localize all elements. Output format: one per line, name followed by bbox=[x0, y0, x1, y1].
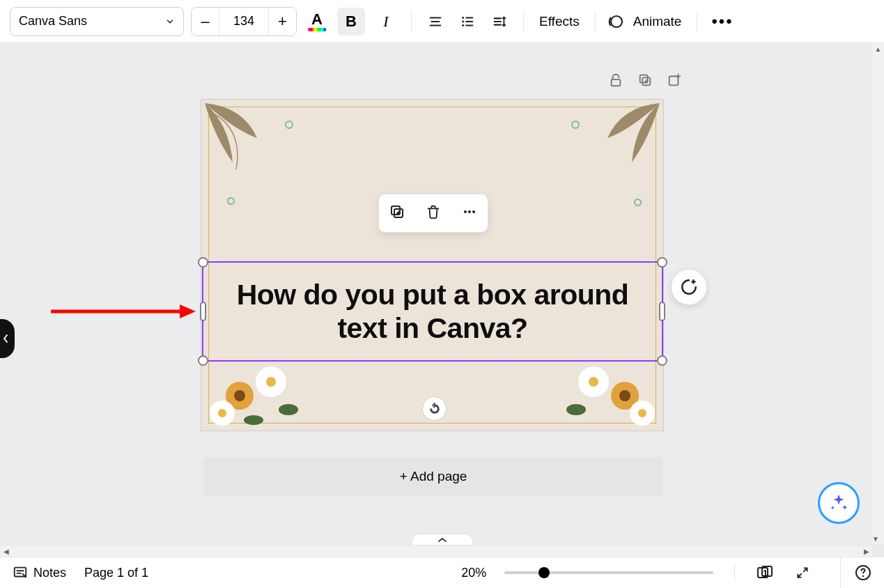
add-page-icon bbox=[667, 72, 682, 88]
ai-rewrite-button[interactable] bbox=[671, 269, 707, 305]
leaf-decoration-tr bbox=[580, 100, 663, 176]
timeline-expander[interactable] bbox=[412, 534, 473, 545]
svg-point-22 bbox=[566, 404, 586, 415]
vertical-scrollbar[interactable]: ▲ ▼ bbox=[872, 43, 884, 545]
svg-point-15 bbox=[244, 415, 263, 425]
dot-decoration bbox=[285, 121, 293, 129]
selected-text-content[interactable]: How do you put a box around text in Canv… bbox=[210, 270, 655, 353]
zoom-slider[interactable] bbox=[504, 571, 713, 574]
rotate-handle[interactable] bbox=[422, 396, 447, 421]
bold-button[interactable]: B bbox=[337, 8, 365, 36]
scroll-right-icon[interactable]: ▶ bbox=[860, 546, 872, 557]
help-button[interactable] bbox=[840, 557, 871, 589]
font-size-increase[interactable]: + bbox=[268, 7, 296, 36]
lock-icon bbox=[608, 72, 623, 88]
toolbar-separator bbox=[523, 11, 524, 32]
resize-handle-bl[interactable] bbox=[198, 355, 208, 366]
svg-point-34 bbox=[862, 575, 864, 577]
animate-button[interactable]: Animate bbox=[607, 13, 686, 30]
scroll-left-icon[interactable]: ◀ bbox=[0, 546, 12, 557]
ai-sparkle-icon bbox=[680, 278, 698, 296]
zoom-label[interactable]: 20% bbox=[461, 566, 486, 580]
dot-decoration bbox=[227, 197, 235, 205]
toolbar-separator bbox=[697, 11, 697, 32]
duplicate-icon bbox=[637, 72, 653, 88]
resize-handle-left[interactable] bbox=[200, 302, 206, 321]
assistant-sparkle-icon bbox=[828, 493, 849, 513]
trash-icon bbox=[426, 204, 441, 219]
scroll-down-icon[interactable]: ▼ bbox=[872, 533, 879, 545]
resize-handle-br[interactable] bbox=[657, 355, 667, 366]
annotation-arrow bbox=[51, 303, 197, 324]
svg-point-14 bbox=[279, 404, 298, 415]
more-element-button[interactable] bbox=[461, 203, 478, 223]
spacing-button[interactable] bbox=[487, 9, 512, 34]
svg-point-13 bbox=[218, 409, 226, 417]
chevron-down-icon bbox=[165, 17, 175, 26]
chevron-up-icon bbox=[437, 536, 447, 543]
duplicate-page-button[interactable] bbox=[637, 72, 653, 91]
font-family-select[interactable]: Canva Sans bbox=[10, 7, 184, 36]
svg-point-25 bbox=[464, 210, 467, 213]
thumbnail-view-button[interactable]: 1 bbox=[756, 564, 777, 581]
svg-rect-7 bbox=[669, 77, 678, 86]
new-page-button[interactable] bbox=[667, 72, 682, 91]
animate-label: Animate bbox=[629, 14, 686, 29]
rotate-icon bbox=[428, 403, 441, 415]
zoom-slider-knob[interactable] bbox=[538, 567, 550, 578]
lock-button[interactable] bbox=[608, 72, 623, 91]
animate-icon bbox=[607, 13, 623, 30]
scroll-track[interactable] bbox=[12, 546, 860, 557]
list-button[interactable] bbox=[455, 9, 480, 34]
notes-button[interactable]: Notes bbox=[13, 565, 66, 580]
font-size-value[interactable]: 134 bbox=[219, 14, 268, 29]
dot-decoration bbox=[634, 199, 642, 206]
fullscreen-button[interactable] bbox=[796, 566, 809, 580]
element-context-toolbar bbox=[378, 194, 488, 233]
workspace: ▲ ▼ bbox=[0, 43, 884, 545]
text-color-button[interactable]: A bbox=[304, 7, 330, 36]
effects-button[interactable]: Effects bbox=[535, 14, 584, 29]
svg-rect-4 bbox=[612, 79, 621, 86]
notes-icon bbox=[13, 565, 28, 580]
help-icon bbox=[855, 564, 871, 581]
svg-point-27 bbox=[472, 210, 475, 213]
more-icon bbox=[461, 203, 478, 220]
text-toolbar: Canva Sans – 134 + A B I Effects Animate… bbox=[0, 0, 884, 43]
svg-point-2 bbox=[462, 24, 464, 26]
svg-point-17 bbox=[619, 390, 630, 401]
svg-marker-29 bbox=[180, 304, 196, 318]
dot-decoration bbox=[571, 121, 580, 129]
scroll-corner bbox=[872, 546, 884, 557]
text-selection-box[interactable]: How do you put a box around text in Canv… bbox=[202, 261, 663, 362]
notes-label: Notes bbox=[33, 566, 66, 580]
resize-handle-tr[interactable] bbox=[657, 257, 667, 268]
scroll-up-icon[interactable]: ▲ bbox=[872, 43, 884, 55]
delete-element-button[interactable] bbox=[426, 204, 441, 222]
resize-handle-tl[interactable] bbox=[198, 257, 208, 268]
assistant-button[interactable] bbox=[818, 482, 860, 524]
duplicate-element-button[interactable] bbox=[389, 203, 405, 223]
side-panel-toggle[interactable] bbox=[0, 319, 15, 358]
horizontal-scrollbar[interactable]: ◀ ▶ bbox=[0, 545, 884, 557]
rainbow-swatch bbox=[308, 28, 326, 31]
toolbar-separator bbox=[595, 11, 596, 32]
resize-handle-right[interactable] bbox=[659, 302, 665, 321]
add-page-button[interactable]: + Add page bbox=[203, 457, 663, 496]
svg-point-11 bbox=[266, 377, 276, 387]
add-page-label: + Add page bbox=[400, 469, 467, 484]
more-button[interactable]: ••• bbox=[708, 12, 736, 31]
italic-button[interactable]: I bbox=[372, 8, 400, 36]
svg-point-21 bbox=[638, 409, 646, 417]
svg-point-3 bbox=[611, 16, 622, 27]
font-size-decrease[interactable]: – bbox=[192, 7, 219, 36]
svg-point-19 bbox=[589, 377, 598, 387]
thumbnail-count: 1 bbox=[763, 568, 768, 578]
page-indicator[interactable]: Page 1 of 1 bbox=[84, 566, 148, 580]
alignment-button[interactable] bbox=[423, 9, 448, 34]
text-color-letter: A bbox=[311, 12, 323, 27]
bottom-bar: Notes Page 1 of 1 20% 1 bbox=[0, 557, 884, 588]
svg-point-1 bbox=[462, 20, 464, 22]
font-size-group: – 134 + bbox=[191, 7, 297, 36]
svg-point-26 bbox=[468, 210, 471, 213]
